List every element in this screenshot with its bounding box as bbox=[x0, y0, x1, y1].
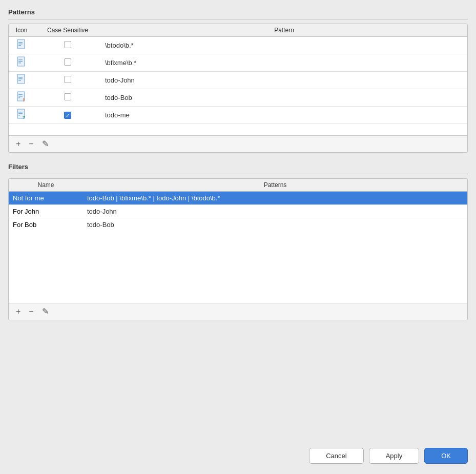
svg-rect-3 bbox=[18, 45, 21, 46]
svg-text:!: ! bbox=[23, 97, 25, 102]
filter-name-cell: For Bob bbox=[9, 218, 83, 231]
patterns-title: Patterns bbox=[8, 8, 468, 16]
patterns-toolbar: + − ✎ bbox=[9, 135, 467, 152]
patterns-col-pattern: Pattern bbox=[101, 24, 467, 37]
remove-pattern-button[interactable]: − bbox=[27, 139, 35, 149]
add-filter-button[interactable]: + bbox=[14, 306, 23, 317]
checkbox-unchecked[interactable] bbox=[64, 41, 71, 48]
doc-icon bbox=[16, 56, 27, 68]
case-sensitive-cell[interactable] bbox=[34, 72, 101, 89]
table-row[interactable]: ! todo-Bob bbox=[9, 89, 467, 107]
filters-col-name: Name bbox=[9, 179, 83, 192]
doc-icon bbox=[16, 74, 27, 85]
doc-question-icon: ? bbox=[16, 109, 27, 120]
filters-title: Filters bbox=[8, 163, 468, 171]
remove-filter-button[interactable]: − bbox=[27, 306, 35, 317]
icon-cell bbox=[9, 54, 34, 72]
filters-table-container: Name Patterns Not for me todo-Bob | \bfi… bbox=[8, 178, 468, 320]
add-pattern-button[interactable]: + bbox=[14, 139, 23, 149]
edit-filter-button[interactable]: ✎ bbox=[40, 306, 51, 317]
cancel-button[interactable]: Cancel bbox=[309, 448, 363, 464]
svg-rect-1 bbox=[18, 42, 23, 43]
doc-exclaim-icon: ! bbox=[16, 91, 27, 102]
svg-rect-15 bbox=[18, 97, 20, 98]
apply-button[interactable]: Apply bbox=[369, 448, 420, 464]
svg-rect-20 bbox=[18, 115, 20, 116]
filter-name-cell: For John bbox=[9, 204, 83, 218]
svg-rect-14 bbox=[18, 96, 23, 97]
edit-pattern-button[interactable]: ✎ bbox=[40, 139, 51, 149]
patterns-col-case: Case Sensitive bbox=[34, 24, 101, 37]
svg-rect-2 bbox=[18, 44, 23, 45]
pattern-cell: \btodo\b.* bbox=[101, 37, 467, 54]
case-sensitive-cell[interactable] bbox=[34, 37, 101, 54]
patterns-table: Icon Case Sensitive Pattern bbox=[9, 24, 467, 135]
filters-col-patterns: Patterns bbox=[83, 179, 467, 192]
table-row[interactable]: For John todo-John bbox=[9, 204, 467, 218]
patterns-col-icon: Icon bbox=[9, 24, 34, 37]
table-row[interactable]: todo-John bbox=[9, 72, 467, 89]
pattern-cell: todo-me bbox=[101, 107, 467, 124]
filters-empty-area bbox=[9, 231, 467, 303]
empty-cell bbox=[9, 124, 34, 135]
pattern-cell: todo-Bob bbox=[101, 89, 467, 107]
pattern-cell: \bfixme\b.* bbox=[101, 54, 467, 72]
svg-rect-13 bbox=[18, 94, 23, 95]
svg-rect-9 bbox=[18, 77, 23, 78]
table-row[interactable]: Not for me todo-Bob | \bfixme\b.* | todo… bbox=[9, 191, 467, 204]
svg-rect-5 bbox=[18, 59, 23, 60]
checkbox-unchecked[interactable] bbox=[64, 76, 71, 83]
svg-rect-19 bbox=[18, 113, 23, 114]
patterns-table-container: Icon Case Sensitive Pattern bbox=[8, 24, 468, 153]
filters-section: Filters Name Patterns Not for me todo-Bo… bbox=[8, 163, 468, 320]
filter-patterns-cell: todo-Bob | \bfixme\b.* | todo-John | \bt… bbox=[83, 191, 467, 204]
empty-cell bbox=[101, 124, 467, 135]
svg-rect-11 bbox=[18, 80, 21, 81]
table-row-empty bbox=[9, 124, 467, 135]
svg-rect-7 bbox=[18, 63, 21, 64]
svg-rect-6 bbox=[18, 61, 23, 62]
table-row[interactable]: ? ✓ todo-me bbox=[9, 107, 467, 124]
icon-cell: ? bbox=[9, 107, 34, 124]
ok-button[interactable]: OK bbox=[424, 448, 468, 464]
filters-table: Name Patterns Not for me todo-Bob | \bfi… bbox=[9, 179, 467, 231]
case-sensitive-cell[interactable]: ✓ bbox=[34, 107, 101, 124]
filter-patterns-cell: todo-Bob bbox=[83, 218, 467, 231]
patterns-section: Patterns Icon Case Sensitive Pattern bbox=[8, 8, 468, 153]
bottom-bar: Cancel Apply OK bbox=[8, 438, 468, 474]
svg-rect-18 bbox=[18, 112, 23, 113]
checkbox-unchecked[interactable] bbox=[64, 58, 71, 66]
empty-cell bbox=[34, 124, 101, 135]
checkbox-unchecked[interactable] bbox=[64, 93, 71, 100]
table-row[interactable]: For Bob todo-Bob bbox=[9, 218, 467, 231]
svg-text:?: ? bbox=[23, 115, 26, 120]
doc-icon bbox=[16, 39, 27, 50]
filters-toolbar: + − ✎ bbox=[9, 303, 467, 320]
icon-cell: ! bbox=[9, 89, 34, 107]
case-sensitive-cell[interactable] bbox=[34, 54, 101, 72]
table-row[interactable]: \btodo\b.* bbox=[9, 37, 467, 54]
checkbox-checked[interactable]: ✓ bbox=[64, 112, 71, 119]
filter-name-cell: Not for me bbox=[9, 191, 83, 204]
icon-cell bbox=[9, 37, 34, 54]
filter-patterns-cell: todo-John bbox=[83, 204, 467, 218]
table-row[interactable]: \bfixme\b.* bbox=[9, 54, 467, 72]
case-sensitive-cell[interactable] bbox=[34, 89, 101, 107]
icon-cell bbox=[9, 72, 34, 89]
svg-rect-10 bbox=[18, 78, 23, 79]
pattern-cell: todo-John bbox=[101, 72, 467, 89]
